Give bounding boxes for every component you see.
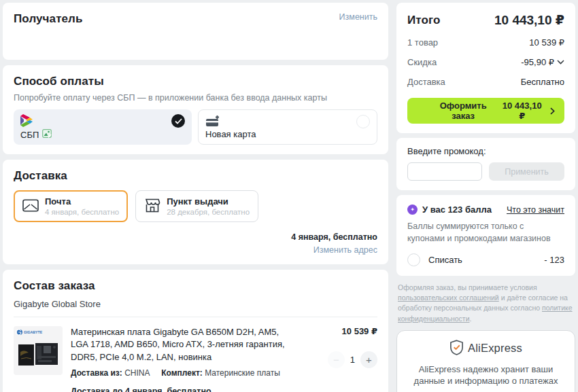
legal-part: Оформляя заказ, вы принимаете условия bbox=[398, 283, 537, 291]
checkout-page: Получатель Изменить Способ оплаты Попроб… bbox=[0, 0, 578, 392]
change-address-link[interactable]: Изменить адрес bbox=[313, 245, 377, 255]
trust-brand-name: AliExpress bbox=[468, 342, 522, 355]
svg-text:GIGABYTE: GIGABYTE bbox=[24, 330, 43, 334]
product-image[interactable]: GIGABYTE bbox=[14, 326, 63, 375]
summary-row-label: Доставка bbox=[407, 77, 445, 87]
delivery-option-sub: 4 января, бесплатно bbox=[45, 208, 119, 216]
summary-row-value: -95,90 ₽ bbox=[521, 57, 554, 67]
product-title[interactable]: Материнская плата Gigabyte GA B650M D2H,… bbox=[71, 326, 293, 363]
summary-row-label: Скидка bbox=[407, 57, 437, 67]
points-icon: ✦ bbox=[407, 204, 418, 215]
points-info-link[interactable]: Что это значит bbox=[507, 205, 564, 215]
delivery-title: Доставка bbox=[14, 169, 377, 183]
summary-row-value: Бесплатно bbox=[521, 77, 564, 87]
store-name[interactable]: Gigabyte Global Store bbox=[14, 299, 377, 309]
delivery-option-pickup[interactable]: Пункт выдачи 28 декабря, бесплатно bbox=[135, 190, 258, 222]
recipient-change-link[interactable]: Изменить bbox=[339, 12, 377, 22]
trust-text: AliExpress надежно хранит ваши данные и … bbox=[407, 363, 565, 387]
chevron-right-icon bbox=[550, 107, 555, 115]
shield-check-icon bbox=[449, 340, 464, 357]
selected-check-icon bbox=[171, 114, 185, 128]
quantity-stepper: − 1 + bbox=[328, 351, 377, 368]
quantity-value: 1 bbox=[350, 355, 355, 365]
legal-text: Оформляя заказ, вы принимаете условия по… bbox=[396, 281, 575, 324]
product-meta: Доставка из: CHINA Комплект: Материнские… bbox=[71, 368, 293, 378]
checkout-button[interactable]: Оформить заказ 10 443,10 ₽ bbox=[407, 98, 564, 124]
terms-link[interactable]: пользовательских соглашений bbox=[398, 293, 499, 302]
summary-row-shipping: Доставка Бесплатно bbox=[407, 77, 564, 87]
store-icon bbox=[144, 198, 160, 215]
main-column: Получатель Изменить Способ оплаты Попроб… bbox=[3, 3, 388, 392]
summary-title: Итого bbox=[407, 14, 440, 27]
order-item: GIGABYTE Материнская плата Gigabyte GA B… bbox=[14, 317, 377, 392]
promo-card: Введите промокод: Применить bbox=[396, 138, 575, 190]
payment-option-label: СБП bbox=[20, 130, 39, 140]
delivery-summary: 4 января, бесплатно bbox=[14, 232, 377, 242]
trust-box: AliExpress AliExpress надежно хранит ваш… bbox=[396, 330, 575, 392]
promo-apply-button[interactable]: Применить bbox=[489, 162, 564, 181]
spend-points-checkbox[interactable] bbox=[407, 253, 420, 266]
summary-row-discount: Скидка -95,90 ₽ bbox=[407, 57, 564, 67]
ship-from-label: Доставка из: bbox=[71, 368, 122, 378]
spend-points-value: - 123 bbox=[544, 255, 564, 265]
radio-unselected-icon bbox=[356, 115, 370, 128]
promo-label: Введите промокод: bbox=[407, 146, 564, 156]
sbp-logo-icon bbox=[20, 114, 33, 129]
new-card-icon bbox=[205, 115, 222, 129]
legal-part: . bbox=[470, 315, 472, 323]
checkout-button-amount: 10 443,10 ₽ bbox=[498, 101, 545, 121]
payment-option-new-card[interactable]: Новая карта bbox=[198, 109, 377, 145]
promo-code-input[interactable] bbox=[407, 162, 482, 181]
summary-row-label: 1 товар bbox=[407, 37, 438, 48]
summary-total: 10 443,10 ₽ bbox=[494, 12, 564, 28]
checkout-button-label: Оформить заказ bbox=[428, 101, 498, 121]
product-price: 10 539 ₽ bbox=[342, 326, 377, 336]
recipient-card: Получатель Изменить bbox=[3, 3, 388, 60]
payment-hint: Попробуйте оплату через СБП — в приложен… bbox=[14, 93, 377, 103]
points-card: ✦ У вас 123 балла Что это значит Баллы с… bbox=[396, 195, 575, 276]
recipient-title: Получатель bbox=[14, 12, 83, 26]
summary-row-items: 1 товар 10 539 ₽ bbox=[407, 37, 564, 48]
summary-card: Итого 10 443,10 ₽ 1 товар 10 539 ₽ Скидк… bbox=[396, 3, 575, 133]
quantity-increase-button[interactable]: + bbox=[360, 351, 377, 368]
product-delivery-note: Доставка до 4 января, бесплатно bbox=[71, 387, 293, 392]
order-card: Состав заказа Gigabyte Global Store GIGA… bbox=[3, 270, 388, 392]
delivery-option-post[interactable]: Почта 4 января, бесплатно bbox=[14, 190, 128, 222]
sidebar-column: Итого 10 443,10 ₽ 1 товар 10 539 ₽ Скидк… bbox=[396, 3, 575, 392]
quantity-decrease-button[interactable]: − bbox=[328, 351, 345, 368]
payment-card: Способ оплаты Попробуйте оплату через СБ… bbox=[3, 65, 388, 154]
kit-value: Материнские платы bbox=[205, 368, 280, 378]
payment-title: Способ оплаты bbox=[14, 75, 377, 88]
discount-expander[interactable]: -95,90 ₽ bbox=[521, 57, 564, 67]
delivery-option-label: Пункт выдачи bbox=[167, 196, 250, 207]
kit-label: Комплект: bbox=[161, 368, 203, 378]
mail-icon bbox=[22, 199, 39, 214]
ship-from-value: CHINA bbox=[124, 368, 150, 378]
summary-row-value: 10 539 ₽ bbox=[529, 37, 564, 48]
delivery-option-label: Почта bbox=[45, 196, 119, 207]
delivery-card: Доставка Почта 4 января, бесплатно bbox=[3, 160, 388, 264]
spend-points-label: Списать bbox=[428, 255, 462, 265]
broken-image-icon bbox=[42, 129, 52, 140]
delivery-option-sub: 28 декабря, бесплатно bbox=[167, 208, 250, 216]
points-title: У вас 123 балла bbox=[422, 204, 492, 215]
payment-option-label: Новая карта bbox=[205, 129, 256, 139]
points-note: Баллы суммируются только с купонами и пр… bbox=[407, 221, 554, 245]
order-title: Состав заказа bbox=[14, 279, 377, 293]
payment-option-sbp[interactable]: СБП bbox=[14, 109, 192, 145]
chevron-down-icon bbox=[557, 60, 564, 65]
